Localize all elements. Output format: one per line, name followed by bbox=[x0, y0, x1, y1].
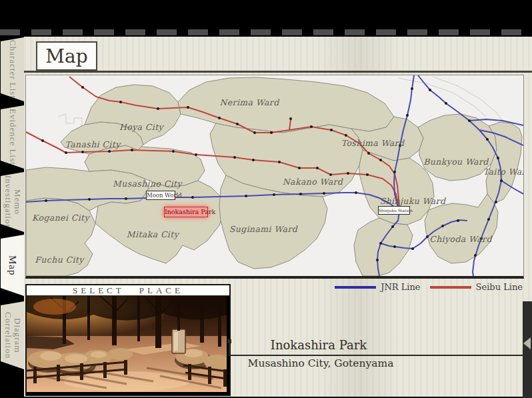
tokyo-map-svg: Nerima Ward Hoya City Tanashi City Toshi… bbox=[26, 75, 523, 276]
game-screen: Character List Evidence List Investigati… bbox=[0, 0, 532, 398]
tab-label: Map bbox=[8, 255, 17, 276]
ward-label-mitaka: Mitaka City bbox=[127, 229, 180, 239]
ward-label-nakano: Nakano Ward bbox=[283, 177, 343, 187]
sidebar-tab-evidence-list[interactable]: Evidence List bbox=[1, 105, 24, 169]
tab-label: Correlation Diagram bbox=[3, 301, 22, 369]
legend-item-seibu: Seibu Line bbox=[430, 282, 523, 292]
sidebar-tab-correlation-diagram[interactable]: Correlation Diagram bbox=[1, 301, 24, 369]
top-dashed-divider bbox=[0, 29, 532, 35]
tab-label: Investigation Memo bbox=[3, 172, 22, 232]
ward-label-shinjuku: Shinjuku Ward bbox=[380, 196, 446, 206]
title-divider bbox=[24, 71, 532, 73]
marker-inokashira-park-selected[interactable]: Inokashira Park bbox=[164, 207, 208, 217]
location-name: Inokashira Park bbox=[229, 338, 409, 352]
legend-label: JNR Line bbox=[381, 282, 420, 292]
ward-label-bunkyou: Bunkyou Ward bbox=[423, 157, 489, 167]
marker-moon-world[interactable]: Moon World bbox=[146, 191, 175, 200]
page-title-box: Map bbox=[36, 41, 97, 71]
jnr-line-swatch bbox=[335, 286, 376, 289]
ward-label-koganei: Koganei City bbox=[32, 213, 90, 223]
location-subtitle: Musashino City, Gotenyama bbox=[229, 357, 413, 369]
park-scene-illustration bbox=[27, 296, 227, 392]
location-underline bbox=[229, 355, 526, 356]
ward-label-nerima: Nerima Ward bbox=[219, 97, 279, 107]
ward-label-suginami: Suginami Ward bbox=[229, 224, 298, 234]
select-place-header: SELECT PLACE bbox=[27, 285, 229, 296]
marker-shinjuku-station: Shinjuku Station bbox=[378, 206, 410, 215]
ward-label-chiyoda: Chiyoda Ward bbox=[429, 234, 492, 244]
ward-label-fuchu: Fuchu City bbox=[35, 255, 85, 265]
tab-label: Evidence List bbox=[8, 109, 17, 165]
legend-label: Seibu Line bbox=[476, 282, 523, 292]
tab-label: Character List bbox=[8, 40, 17, 99]
page-back-strip[interactable] bbox=[523, 301, 532, 398]
tokyo-map: Nerima Ward Hoya City Tanashi City Toshi… bbox=[25, 75, 524, 279]
ward-label-tanashi: Tanashi City bbox=[65, 139, 121, 149]
sidebar-tab-character-list[interactable]: Character List bbox=[1, 37, 24, 101]
sidebar-tab-investigation-memo[interactable]: Investigation Memo bbox=[1, 172, 24, 232]
ward-label-hoya: Hoya City bbox=[119, 122, 165, 132]
page-title: Map bbox=[45, 45, 87, 67]
ward-label-toshima: Toshima Ward bbox=[341, 138, 405, 148]
seibu-line-swatch bbox=[430, 286, 471, 289]
legend-item-jnr: JNR Line bbox=[335, 282, 420, 292]
select-place-panel: SELECT PLACE bbox=[25, 284, 231, 396]
ward-label-musashino: Musashino City bbox=[113, 179, 183, 189]
place-thumbnail-inokashira[interactable] bbox=[27, 296, 227, 392]
left-arrow-icon bbox=[523, 337, 531, 349]
ward-label-taito: Taito Ward bbox=[483, 167, 523, 177]
